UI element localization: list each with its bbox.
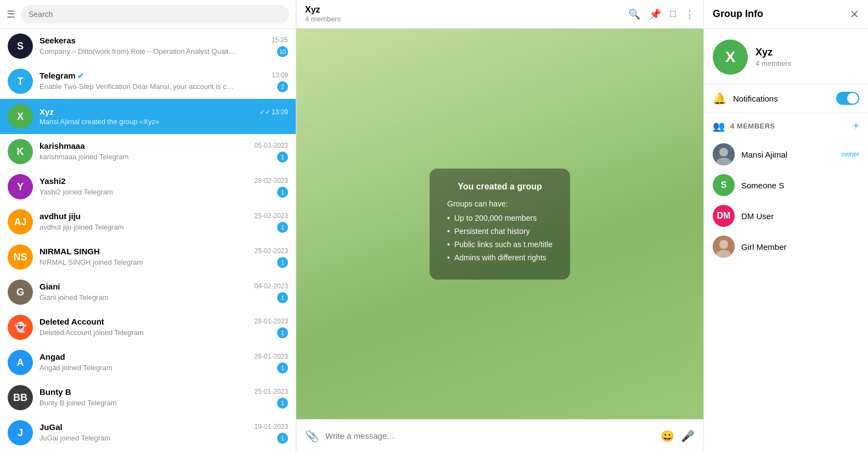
attachment-icon[interactable]: 📎 bbox=[305, 429, 319, 443]
member-avatar bbox=[713, 236, 735, 258]
group-profile-info: Xyz 4 members bbox=[756, 47, 791, 68]
chat-name: Bunty B bbox=[40, 387, 71, 397]
bullet-item: Admins with different rights bbox=[447, 253, 553, 262]
voice-icon[interactable]: 🎤 bbox=[681, 429, 695, 443]
chat-item-karishmaaa[interactable]: K karishmaaa 05-03-2023 karishmaaa joine… bbox=[0, 134, 296, 169]
chat-name: JuGal bbox=[40, 422, 63, 432]
chat-body: Angad 26-01-2023 Angad joined Telegram 1 bbox=[40, 352, 288, 373]
members-section: 👥 4 MEMBERS + Mansi Ajimal owner S Someo… bbox=[704, 113, 868, 452]
chat-preview: Giani joined Telegram bbox=[40, 293, 109, 302]
message-input[interactable] bbox=[325, 431, 654, 440]
chat-body: Telegram✔ 13:09 Enable Two-Step Verifica… bbox=[40, 71, 288, 92]
info-card-title: You created a group bbox=[447, 182, 553, 192]
chat-preview: Company – Ditto(work from) Role – Operat… bbox=[40, 47, 237, 55]
search-chat-icon[interactable]: 🔍 bbox=[628, 8, 640, 20]
chat-name: Deleted Account bbox=[40, 317, 104, 326]
avatar: S bbox=[8, 34, 33, 59]
group-info-panel: Group Info ✕ X Xyz 4 members 🔔 Notificat… bbox=[703, 0, 868, 452]
chat-preview: Angad joined Telegram bbox=[40, 364, 112, 372]
chat-name: Xyz bbox=[40, 107, 54, 116]
chat-time: 28-01-2023 bbox=[255, 317, 288, 325]
add-member-button[interactable]: + bbox=[853, 120, 859, 132]
group-profile: X Xyz 4 members bbox=[704, 29, 868, 84]
chat-preview: avdhut jiju joined Telegram bbox=[40, 223, 124, 231]
chat-name: avdhut jiju bbox=[40, 211, 81, 221]
chat-time: 28-02-2023 bbox=[255, 177, 288, 185]
pin-icon[interactable]: 📌 bbox=[649, 8, 661, 20]
search-input[interactable] bbox=[21, 5, 289, 24]
member-role: owner bbox=[841, 150, 859, 158]
menu-icon[interactable]: ☰ bbox=[7, 8, 15, 20]
member-name: DM User bbox=[741, 211, 859, 221]
message-input-bar: 📎 😀 🎤 bbox=[296, 419, 703, 452]
chat-time: 25-02-2023 bbox=[255, 212, 288, 220]
chat-body: karishmaaa 05-03-2023 karishmaaa joined … bbox=[40, 141, 288, 163]
badge: 1 bbox=[277, 433, 288, 444]
chat-body: JuGal 19-01-2023 JuGal joined Telegram 1 bbox=[40, 422, 288, 444]
layout-icon[interactable]: □ bbox=[670, 8, 676, 20]
chat-body: Bunty B 25-01-2023 Bunty B joined Telegr… bbox=[40, 387, 288, 409]
verified-icon: ✔ bbox=[77, 71, 84, 80]
chat-item-nirmal-singh[interactable]: NS NIRMAL SINGH 25-02-2023 NIRMAL SINGH … bbox=[0, 239, 296, 275]
chat-header-name: Xyz bbox=[305, 5, 622, 15]
chat-header-members: 4 members bbox=[305, 15, 622, 23]
member-name: Mansi Ajimal bbox=[741, 150, 835, 159]
svg-point-4 bbox=[719, 240, 728, 249]
group-info-header: Group Info ✕ bbox=[704, 0, 868, 29]
badge: 1 bbox=[277, 362, 288, 373]
member-avatar bbox=[713, 143, 735, 165]
emoji-icon[interactable]: 😀 bbox=[661, 429, 674, 443]
badge: 2 bbox=[277, 81, 288, 92]
bullet-item: Persistent chat history bbox=[447, 227, 553, 236]
members-icon: 👥 bbox=[713, 120, 725, 132]
bullet-item: Public links such as t.me/title bbox=[447, 240, 553, 249]
chat-item-yashi2[interactable]: Y Yashi2 28-02-2023 Yashi2 joined Telegr… bbox=[0, 169, 296, 204]
notifications-toggle[interactable] bbox=[836, 92, 859, 105]
more-icon[interactable]: ⋮ bbox=[685, 8, 695, 20]
chat-preview: JuGal joined Telegram bbox=[40, 434, 110, 442]
badge: 1 bbox=[277, 398, 288, 409]
chat-preview: Yashi2 joined Telegram bbox=[40, 188, 113, 196]
chat-item-xyz[interactable]: X Xyz ✓✓13:09 Mansi Ajimal created the g… bbox=[0, 99, 296, 134]
svg-point-1 bbox=[719, 148, 728, 157]
chat-item-deleted-account[interactable]: 👻 Deleted Account 28-01-2023 Deleted Acc… bbox=[0, 310, 296, 345]
avatar: AJ bbox=[8, 209, 33, 235]
member-item[interactable]: DM DM User bbox=[704, 200, 868, 231]
chat-preview: Enable Two-Step Verification Dear Mansi,… bbox=[40, 82, 237, 91]
badge: 1 bbox=[277, 292, 288, 303]
group-info-title: Group Info bbox=[713, 8, 850, 20]
badge: 1 bbox=[277, 187, 288, 198]
member-avatar: DM bbox=[713, 205, 735, 227]
chat-header-actions: 🔍 📌 □ ⋮ bbox=[628, 8, 695, 20]
chat-time: 15:25 bbox=[272, 36, 288, 44]
notifications-row: 🔔 Notifications bbox=[704, 84, 868, 113]
members-count-label: 4 MEMBERS bbox=[730, 122, 847, 130]
close-icon[interactable]: ✕ bbox=[850, 8, 859, 21]
member-item[interactable]: Girl Member bbox=[704, 231, 868, 262]
member-item[interactable]: Mansi Ajimal owner bbox=[704, 139, 868, 170]
chat-item-seekeras[interactable]: S Seekeras 15:25 Company – Ditto(work fr… bbox=[0, 29, 296, 64]
chat-item-telegram[interactable]: T Telegram✔ 13:09 Enable Two-Step Verifi… bbox=[0, 64, 296, 99]
chat-time: 25-01-2023 bbox=[255, 388, 288, 395]
chat-item-angad[interactable]: A Angad 26-01-2023 Angad joined Telegram… bbox=[0, 345, 296, 380]
chat-item-bunty-b[interactable]: BB Bunty B 25-01-2023 Bunty B joined Tel… bbox=[0, 380, 296, 415]
bell-icon: 🔔 bbox=[713, 92, 726, 105]
chat-preview: Mansi Ajimal created the group «Xyz» bbox=[40, 118, 159, 126]
member-item[interactable]: S Someone S bbox=[704, 170, 868, 200]
bullet-item: Up to 200,000 members bbox=[447, 214, 553, 222]
avatar: 👻 bbox=[8, 315, 33, 340]
chat-item-giani[interactable]: G Giani 04-02-2023 Giani joined Telegram… bbox=[0, 275, 296, 310]
chat-list: S Seekeras 15:25 Company – Ditto(work fr… bbox=[0, 29, 296, 452]
chat-item-avdhut-jiju[interactable]: AJ avdhut jiju 25-02-2023 avdhut jiju jo… bbox=[0, 204, 296, 239]
avatar: A bbox=[8, 350, 33, 375]
chat-item-jugal[interactable]: J JuGal 19-01-2023 JuGal joined Telegram… bbox=[0, 415, 296, 450]
info-card-bullets: Up to 200,000 membersPersistent chat his… bbox=[447, 214, 553, 262]
chat-body: avdhut jiju 25-02-2023 avdhut jiju joine… bbox=[40, 211, 288, 233]
chat-body: Giani 04-02-2023 Giani joined Telegram 1 bbox=[40, 282, 288, 303]
chat-preview: Deleted Account joined Telegram bbox=[40, 328, 144, 337]
chat-name: Giani bbox=[40, 282, 60, 291]
avatar: K bbox=[8, 139, 33, 164]
sidebar: ☰ S Seekeras 15:25 Company – Ditto(work … bbox=[0, 0, 296, 452]
chat-name: Angad bbox=[40, 352, 65, 361]
chat-body: Seekeras 15:25 Company – Ditto(work from… bbox=[40, 36, 288, 57]
